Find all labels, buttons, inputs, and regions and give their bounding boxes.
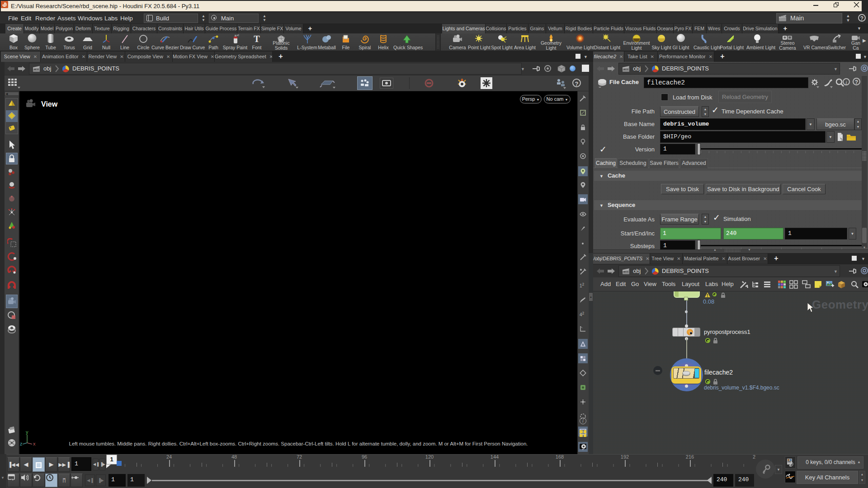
svg-text:z: z bbox=[20, 441, 23, 446]
svg-text:x: x bbox=[33, 441, 36, 446]
svg-text:y: y bbox=[26, 429, 28, 435]
